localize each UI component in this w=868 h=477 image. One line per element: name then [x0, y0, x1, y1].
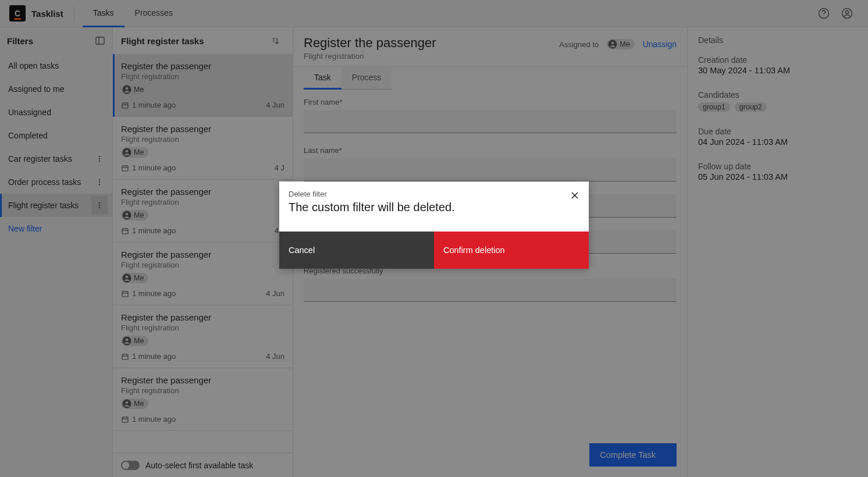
modal-message: The custom filter will be deleted. — [289, 201, 579, 214]
confirm-deletion-button[interactable]: Confirm deletion — [434, 232, 589, 269]
cancel-button[interactable]: Cancel — [279, 232, 434, 269]
modal-close-button[interactable] — [567, 187, 583, 204]
delete-filter-modal: Delete filter The custom filter will be … — [279, 181, 589, 269]
modal-title: Delete filter — [289, 190, 579, 198]
modal-overlay[interactable]: Delete filter The custom filter will be … — [0, 0, 868, 477]
